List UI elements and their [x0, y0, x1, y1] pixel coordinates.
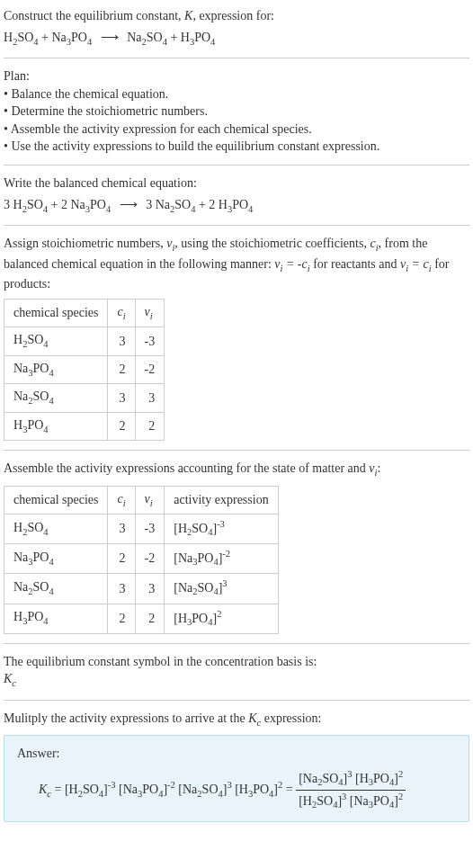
multiply-section: Mulitply the activity expressions to arr…: [4, 710, 469, 822]
divider: [4, 643, 469, 644]
intro-line1: Construct the equilibrium constant, K, e…: [4, 7, 469, 25]
stoich-table: chemical species ci νi H2SO4 3 -3 Na3PO4…: [4, 299, 165, 441]
table-header-row: chemical species ci νi activity expressi…: [4, 486, 279, 514]
cell-species: Na2SO4: [4, 574, 108, 604]
text: for reactants and: [310, 257, 400, 271]
divider: [4, 58, 469, 58]
cell-nui: 2: [135, 412, 165, 440]
table-row: H2SO4 3 -3 [H2SO4]-3: [4, 515, 279, 544]
fraction: [Na2SO4]3 [H3PO4]2 [H2SO4]3 [Na3PO4]2: [296, 768, 406, 812]
kc-expression: Kc = [H2SO4]-3 [Na3PO4]-2 [Na2SO4]3 [H3P…: [17, 768, 456, 812]
cell-ci: 3: [108, 515, 135, 544]
fraction-numerator: [Na2SO4]3 [H3PO4]2: [296, 768, 406, 791]
kc-basis-section: The equilibrium constant symbol in the c…: [4, 653, 469, 691]
table-row: Na3PO4 2 -2: [4, 355, 165, 383]
cell-nui: -2: [135, 355, 165, 383]
cell-ci: 3: [108, 327, 135, 355]
ci-symbol: ci: [370, 237, 378, 250]
col-nui: νi: [135, 299, 165, 327]
cell-activity: [H3PO4]2: [165, 604, 278, 633]
cell-ci: 2: [108, 355, 135, 383]
text: Assign stoichiometric numbers,: [4, 237, 166, 250]
table-header-row: chemical species ci νi: [4, 299, 165, 327]
divider: [4, 700, 469, 701]
relation: νi = -ci: [274, 257, 309, 271]
cell-nui: 3: [135, 384, 165, 412]
intro-text-part: Construct the equilibrium constant, K, e…: [4, 9, 274, 22]
cell-ci: 3: [108, 574, 135, 604]
cell-nui: 2: [135, 604, 165, 633]
table-row: H3PO4 2 2 [H3PO4]2: [4, 604, 279, 633]
cell-ci: 2: [108, 544, 135, 574]
plan-item: • Balance the chemical equation.: [4, 85, 469, 103]
cell-species: H3PO4: [4, 412, 108, 440]
balanced-rhs: 3 Na2SO4 + 2 H3PO4: [146, 198, 253, 211]
equals: = [H2SO4]-3 [Na3PO4]-2 [Na2SO4]3 [H3PO4]…: [55, 783, 297, 796]
col-species: chemical species: [4, 486, 108, 514]
plan-item: • Use the activity expressions to build …: [4, 138, 469, 156]
cell-species: Na3PO4: [4, 355, 108, 383]
cell-activity: [Na2SO4]3: [165, 574, 278, 604]
cell-ci: 2: [108, 412, 135, 440]
intro-section: Construct the equilibrium constant, K, e…: [4, 7, 469, 49]
answer-box: Answer: Kc = [H2SO4]-3 [Na3PO4]-2 [Na2SO…: [4, 735, 469, 822]
stoich-section: Assign stoichiometric numbers, νi, using…: [4, 235, 469, 441]
balanced-equation: 3 H2SO4 + 2 Na3PO4 ⟶ 3 Na2SO4 + 2 H3PO4: [4, 196, 469, 216]
reaction-lhs: H2SO4 + Na3PO4: [4, 31, 92, 44]
cell-activity: [Na3PO4]-2: [165, 544, 278, 574]
cell-activity: [H2SO4]-3: [165, 515, 278, 544]
arrow-icon: ⟶: [95, 31, 124, 44]
relation: νi = ci: [400, 257, 432, 271]
col-nui: νi: [135, 486, 165, 514]
col-species: chemical species: [4, 299, 108, 327]
fraction-denominator: [H2SO4]3 [Na3PO4]2: [296, 791, 406, 812]
kc-lhs: Kc: [39, 783, 51, 796]
col-activity: activity expression: [165, 486, 278, 514]
cell-ci: 2: [108, 604, 135, 633]
col-ci: ci: [108, 299, 135, 327]
cell-nui: -3: [135, 327, 165, 355]
balanced-section: Write the balanced chemical equation: 3 …: [4, 174, 469, 216]
activity-table: chemical species ci νi activity expressi…: [4, 486, 279, 634]
plan-item: • Assemble the activity expression for e…: [4, 121, 469, 139]
cell-ci: 3: [108, 384, 135, 412]
kc-basis-text: The equilibrium constant symbol in the c…: [4, 653, 469, 671]
table-row: H3PO4 2 2: [4, 412, 165, 440]
multiply-header: Mulitply the activity expressions to arr…: [4, 710, 469, 729]
divider: [4, 165, 469, 166]
cell-species: H3PO4: [4, 604, 108, 633]
table-row: Na2SO4 3 3: [4, 384, 165, 412]
reaction-rhs: Na2SO4 + H3PO4: [127, 31, 215, 44]
answer-label: Answer:: [17, 745, 456, 763]
cell-species: Na2SO4: [4, 384, 108, 412]
intro-reaction: H2SO4 + Na3PO4 ⟶ Na2SO4 + H3PO4: [4, 29, 469, 49]
balanced-lhs: 3 H2SO4 + 2 Na3PO4: [4, 198, 111, 211]
table-row: H2SO4 3 -3: [4, 327, 165, 355]
kc-symbol: Kc: [4, 670, 469, 690]
cell-nui: 3: [135, 574, 165, 604]
cell-species: H2SO4: [4, 515, 108, 544]
cell-species: Na3PO4: [4, 544, 108, 574]
cell-nui: -2: [135, 544, 165, 574]
plan-item: • Determine the stoichiometric numbers.: [4, 103, 469, 121]
arrow-icon: ⟶: [114, 198, 143, 211]
text: , using the stoichiometric coefficients,: [174, 237, 370, 250]
activity-header: Assemble the activity expressions accoun…: [4, 460, 469, 479]
activity-section: Assemble the activity expressions accoun…: [4, 460, 469, 634]
balanced-header: Write the balanced chemical equation:: [4, 174, 469, 192]
nu-symbol: νi: [166, 237, 174, 250]
table-row: Na3PO4 2 -2 [Na3PO4]-2: [4, 544, 279, 574]
cell-nui: -3: [135, 515, 165, 544]
table-row: Na2SO4 3 3 [Na2SO4]3: [4, 574, 279, 604]
plan-section: Plan: • Balance the chemical equation. •…: [4, 67, 469, 156]
plan-header: Plan:: [4, 67, 469, 85]
col-ci: ci: [108, 486, 135, 514]
cell-species: H2SO4: [4, 327, 108, 355]
divider: [4, 450, 469, 451]
divider: [4, 225, 469, 226]
stoich-text: Assign stoichiometric numbers, νi, using…: [4, 235, 469, 293]
